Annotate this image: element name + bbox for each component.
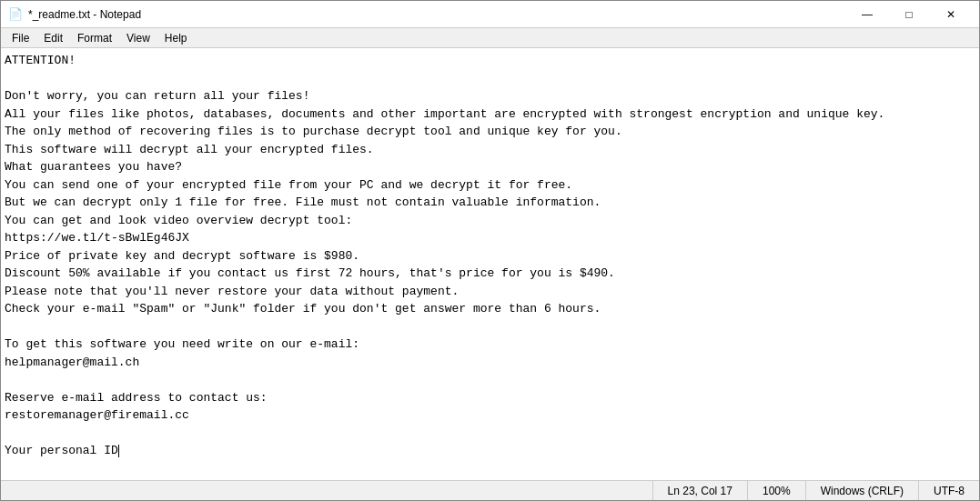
maximize-button[interactable]: □ xyxy=(888,1,930,28)
close-button[interactable]: ✕ xyxy=(930,1,972,28)
menu-help[interactable]: Help xyxy=(157,28,195,48)
editor-content[interactable]: ATTENTION! Don't worry, you can return a… xyxy=(5,52,975,476)
zoom-level: 100% xyxy=(747,481,805,500)
title-bar-controls: — □ ✕ xyxy=(846,1,972,28)
title-bar-left: 📄 *_readme.txt - Notepad xyxy=(8,7,141,22)
menu-bar: File Edit Format View Help xyxy=(1,28,979,48)
menu-file[interactable]: File xyxy=(5,28,36,48)
window-title: *_readme.txt - Notepad xyxy=(28,8,141,21)
menu-edit[interactable]: Edit xyxy=(36,28,70,48)
minimize-button[interactable]: — xyxy=(846,1,888,28)
cursor-position: Ln 23, Col 17 xyxy=(652,481,747,500)
title-bar: 📄 *_readme.txt - Notepad — □ ✕ xyxy=(1,1,979,28)
notepad-window: 📄 *_readme.txt - Notepad — □ ✕ File Edit… xyxy=(0,0,980,501)
notepad-icon: 📄 xyxy=(8,7,23,22)
status-bar: Ln 23, Col 17 100% Windows (CRLF) UTF-8 xyxy=(1,480,979,500)
menu-format[interactable]: Format xyxy=(70,28,119,48)
menu-view[interactable]: View xyxy=(119,28,157,48)
encoding: UTF-8 xyxy=(918,481,979,500)
text-cursor xyxy=(118,445,119,457)
editor-area[interactable]: ATTENTION! Don't worry, you can return a… xyxy=(1,48,979,480)
line-ending: Windows (CRLF) xyxy=(805,481,918,500)
